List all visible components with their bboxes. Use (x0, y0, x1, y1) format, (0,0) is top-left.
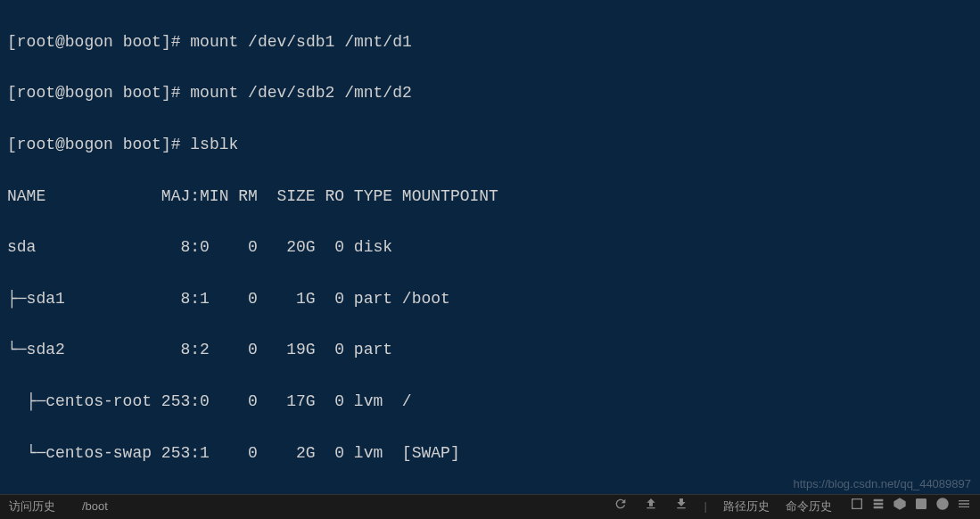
watermark: https://blog.csdn.net/qq_44089897 (794, 475, 972, 494)
path-history-label[interactable]: 路径历史 (723, 498, 770, 516)
download-icon[interactable] (674, 497, 688, 517)
tool-icon-3[interactable] (893, 497, 907, 517)
boot-path-label[interactable]: /boot (82, 498, 108, 516)
divider: | (704, 498, 707, 516)
tool-icon-6[interactable] (957, 497, 971, 517)
bottom-toolbar: 访问历史 /boot | 路径历史 命令历史 (0, 494, 980, 519)
lsblk-row: ├─centos-root 253:0 0 17G 0 lvm / (7, 389, 973, 415)
refresh-icon[interactable] (614, 497, 628, 517)
upload-icon[interactable] (644, 497, 658, 517)
prompt-line-1: [root@bogon boot]# mount /dev/sdb1 /mnt/… (7, 29, 973, 55)
visit-history-label[interactable]: 访问历史 (9, 498, 55, 516)
tool-icon-1[interactable] (850, 497, 864, 517)
terminal-output[interactable]: [root@bogon boot]# mount /dev/sdb1 /mnt/… (0, 0, 980, 519)
lsblk-row: └─centos-swap 253:1 0 2G 0 lvm [SWAP] (7, 441, 973, 466)
command-history-label[interactable]: 命令历史 (786, 498, 832, 516)
tool-icon-2[interactable] (871, 497, 885, 517)
tool-icon-5[interactable] (935, 497, 950, 517)
lsblk-header: NAME MAJ:MIN RM SIZE RO TYPE MOUNTPOINT (7, 184, 973, 210)
tool-icon-4[interactable] (914, 497, 928, 517)
lsblk-row: └─sda2 8:2 0 19G 0 part (7, 337, 973, 363)
prompt-line-3: [root@bogon boot]# lsblk (7, 132, 973, 158)
prompt-line-2: [root@bogon boot]# mount /dev/sdb2 /mnt/… (7, 80, 973, 106)
lsblk-row: ├─sda1 8:1 0 1G 0 part /boot (7, 286, 973, 312)
lsblk-row: sda 8:0 0 20G 0 disk (7, 235, 973, 260)
